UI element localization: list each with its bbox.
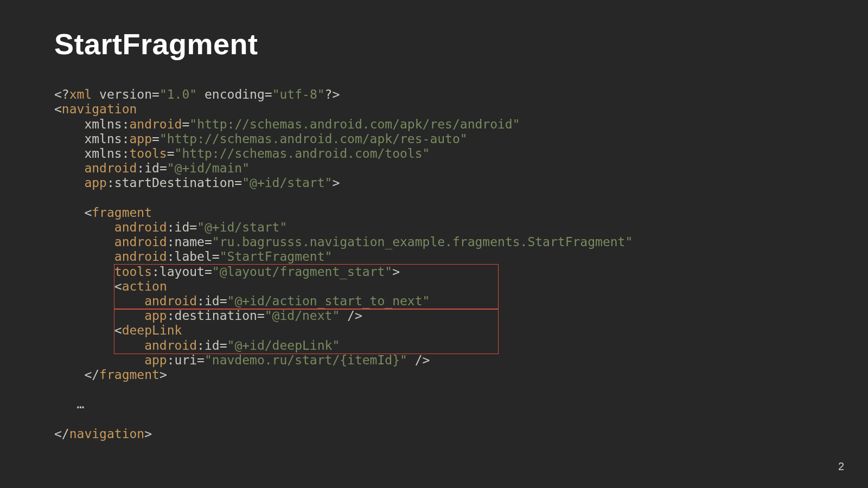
- slide: StartFragment <?xml version="1.0" encodi…: [0, 0, 868, 488]
- xml-version: 1.0: [167, 87, 190, 101]
- tag-fragment-close: fragment: [99, 368, 159, 382]
- action-id: @+id/action_start_to_next: [234, 294, 422, 308]
- tag-fragment-open: fragment: [92, 206, 152, 220]
- page-title: StartFragment: [54, 27, 814, 61]
- fragment-layout: @layout/fragment_start: [220, 265, 385, 279]
- ellipsis: …: [77, 397, 85, 411]
- ns-tools: http://schemas.android.com/tools: [182, 146, 422, 160]
- nav-id: @+id/main: [175, 161, 242, 175]
- ns-android: http://schemas.android.com/apk/res/andro…: [197, 117, 513, 131]
- ns-app: http://schemas.android.com/apk/res-auto: [167, 132, 460, 146]
- deeplink-id: @+id/deepLink: [234, 338, 332, 352]
- fragment-label: StartFragment: [227, 249, 325, 264]
- start-destination: @+id/start: [250, 176, 324, 190]
- tag-deeplink: deepLink: [122, 323, 182, 337]
- tag-navigation-close: navigation: [69, 427, 144, 441]
- deeplink-uri: navdemo.ru/start/{itemId}: [212, 353, 400, 367]
- action-destination: @id/next: [272, 309, 333, 323]
- page-number: 2: [838, 460, 844, 473]
- tag-action: action: [122, 279, 167, 293]
- xml-encoding: utf-8: [280, 87, 317, 101]
- fragment-name: ru.bagrusss.navigation_example.fragments…: [220, 235, 626, 249]
- tag-navigation-open: navigation: [62, 102, 137, 116]
- code-block: <?xml version="1.0" encoding="utf-8"?> <…: [54, 73, 814, 488]
- fragment-id: @+id/start: [205, 220, 279, 234]
